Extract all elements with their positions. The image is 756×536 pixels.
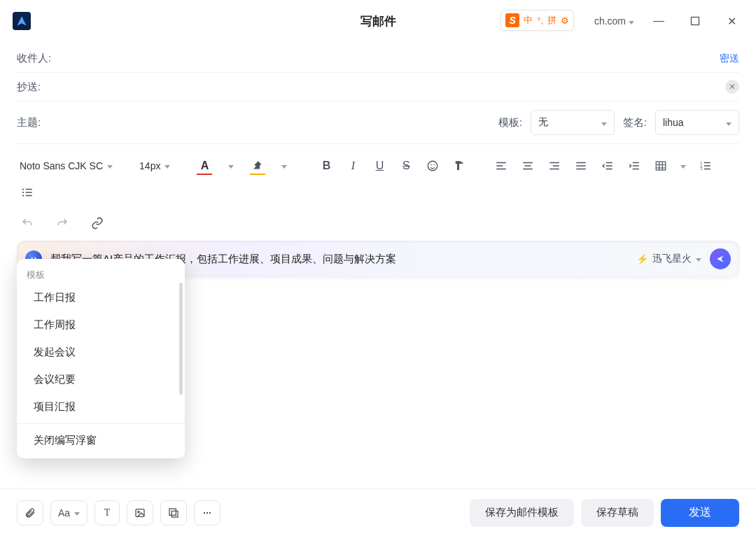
ai-model-select[interactable]: ⚡ 迅飞星火	[636, 253, 701, 265]
send-button[interactable]: 发送	[661, 499, 739, 527]
subject-row: 主题: 模板: 无 签名: lihua	[17, 101, 739, 144]
menu-divider	[17, 423, 185, 424]
ime-mode: 拼	[547, 14, 556, 27]
emoji-button[interactable]	[422, 155, 443, 176]
editor-toolbar: Noto Sans CJK SC 14px A B I U S	[0, 144, 756, 209]
font-color-chevron[interactable]	[220, 155, 241, 176]
outdent-button[interactable]	[597, 155, 618, 176]
font-color-button[interactable]: A	[194, 155, 215, 176]
indent-button[interactable]	[624, 155, 645, 176]
clear-cc-icon[interactable]: ✕	[725, 80, 739, 94]
italic-button[interactable]: I	[342, 155, 363, 176]
svg-point-18	[206, 512, 208, 513]
cc-field-row[interactable]: 抄送: ✕	[17, 73, 739, 101]
svg-rect-16	[172, 511, 178, 517]
bcc-link[interactable]: 密送	[720, 52, 739, 65]
close-button[interactable]: ✕	[720, 9, 743, 33]
highlight-button[interactable]	[247, 155, 268, 176]
svg-rect-13	[136, 509, 144, 516]
chevron-down-icon	[726, 117, 732, 128]
template-item-project[interactable]: 项目汇报	[17, 393, 185, 421]
scrollbar-thumb[interactable]	[179, 283, 183, 395]
svg-point-9	[22, 192, 24, 193]
bolt-icon: ⚡	[636, 253, 648, 265]
insert-text-button[interactable]: T	[94, 500, 120, 526]
chevron-down-icon	[107, 162, 113, 170]
unordered-list-button[interactable]	[17, 182, 38, 203]
to-field-row[interactable]: 收件人: 密送	[17, 45, 739, 73]
ime-logo-icon: S	[505, 13, 519, 27]
chevron-down-icon	[228, 162, 234, 170]
align-left-button[interactable]	[491, 155, 512, 176]
signature-select[interactable]: lihua	[655, 110, 739, 135]
redo-button[interactable]	[52, 213, 73, 234]
attach-button[interactable]	[17, 500, 43, 526]
svg-point-17	[204, 512, 205, 513]
font-style-button[interactable]: Aa	[50, 500, 88, 526]
undo-button[interactable]	[17, 213, 38, 234]
compose-window: 写邮件 S 中 °, 拼 ⚙ ch.com — ✕ 收件人: 密送 抄送:	[0, 0, 756, 536]
align-right-button[interactable]	[544, 155, 565, 176]
svg-point-1	[428, 161, 438, 171]
header-fields: 收件人: 密送 抄送: ✕ 主题: 模板: 无 签名: lihua	[0, 42, 756, 144]
svg-rect-0	[692, 17, 699, 25]
app-logo-icon	[13, 12, 31, 30]
insert-screenshot-button[interactable]	[160, 500, 187, 526]
align-center-button[interactable]	[517, 155, 538, 176]
svg-point-2	[430, 164, 432, 166]
domain-fragment: ch.com	[594, 15, 626, 27]
template-item-minutes[interactable]: 会议纪要	[17, 366, 185, 393]
cc-label: 抄送:	[17, 80, 55, 94]
svg-point-3	[434, 164, 435, 166]
chevron-down-icon	[629, 15, 634, 27]
bottom-bar: Aa T 保存为邮件模板 保存草稿 发送	[0, 488, 756, 536]
account-domain-dropdown[interactable]: ch.com	[594, 15, 634, 27]
font-family-select[interactable]: Noto Sans CJK SC	[17, 157, 115, 174]
template-select[interactable]: 无	[531, 110, 615, 135]
maximize-button[interactable]	[683, 9, 707, 33]
align-justify-button[interactable]	[570, 155, 592, 176]
template-item-meeting[interactable]: 发起会议	[17, 339, 185, 366]
template-label: 模板:	[498, 116, 522, 129]
ime-sep: °,	[537, 15, 543, 26]
highlight-chevron[interactable]	[274, 155, 295, 176]
chevron-down-icon	[74, 509, 80, 517]
ordered-list-button[interactable]: 123	[695, 155, 716, 176]
subject-label: 主题:	[17, 116, 55, 129]
ime-settings-icon[interactable]: ⚙	[561, 15, 569, 26]
more-button[interactable]	[194, 500, 220, 526]
strike-button[interactable]: S	[396, 155, 416, 176]
table-chevron[interactable]	[677, 155, 690, 176]
save-as-template-button[interactable]: 保存为邮件模板	[470, 499, 574, 527]
chevron-down-icon	[680, 162, 686, 170]
template-item-weekly[interactable]: 工作周报	[17, 311, 185, 339]
ai-send-button[interactable]	[710, 248, 731, 269]
template-value: 无	[538, 116, 548, 129]
format-painter-button[interactable]	[449, 155, 470, 176]
titlebar-right: ch.com — ✕	[594, 0, 743, 42]
bold-button[interactable]: B	[316, 155, 337, 176]
signature-value: lihua	[663, 117, 684, 128]
svg-rect-15	[169, 509, 176, 515]
chevron-down-icon	[696, 255, 701, 263]
table-button[interactable]	[650, 155, 671, 176]
font-size-select[interactable]: 14px	[136, 157, 173, 174]
chevron-down-icon	[164, 162, 170, 170]
minimize-button[interactable]: —	[647, 9, 671, 33]
svg-point-19	[209, 512, 211, 513]
template-item-daily[interactable]: 工作日报	[17, 284, 185, 311]
titlebar: 写邮件 S 中 °, 拼 ⚙ ch.com — ✕	[0, 0, 756, 42]
ime-lang: 中	[524, 14, 533, 27]
template-close-panel[interactable]: 关闭编写浮窗	[17, 427, 185, 454]
underline-button[interactable]: U	[369, 155, 390, 176]
chevron-down-icon	[281, 162, 287, 170]
window-title: 写邮件	[360, 13, 396, 29]
link-button[interactable]	[87, 213, 108, 234]
template-dropdown-menu: 模板 工作日报 工作周报 发起会议 会议纪要 项目汇报 关闭编写浮窗	[17, 259, 185, 458]
signature-label: 签名:	[623, 116, 647, 129]
save-draft-button[interactable]: 保存草稿	[581, 499, 654, 527]
insert-image-button[interactable]	[127, 500, 153, 526]
editor-toolbar-row-2	[0, 209, 756, 234]
ime-indicator[interactable]: S 中 °, 拼 ⚙	[500, 10, 574, 31]
svg-point-14	[138, 511, 140, 513]
